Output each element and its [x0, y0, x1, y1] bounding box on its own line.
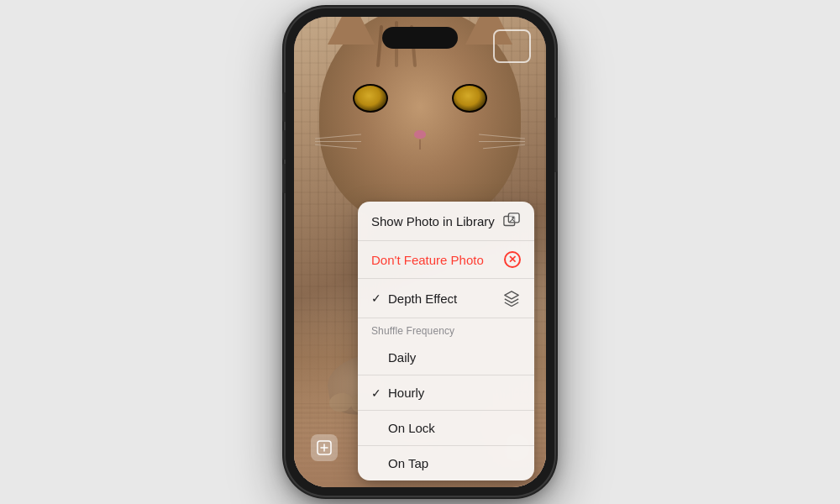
- circle-x-icon: ✕: [504, 251, 521, 268]
- photo-library-icon: [502, 212, 521, 230]
- show-photo-library-label: Show Photo in Library: [371, 214, 495, 228]
- context-menu: Show Photo in Library Don't Feature Phot…: [358, 202, 534, 480]
- dont-feature-photo-label: Don't Feature Photo: [371, 253, 484, 267]
- add-wallpaper-button[interactable]: [311, 434, 338, 461]
- layers-icon: [502, 289, 521, 307]
- on-tap-item[interactable]: On Tap: [358, 446, 534, 480]
- show-photo-library-item[interactable]: Show Photo in Library: [358, 202, 534, 241]
- phone-frame: Show Photo in Library Don't Feature Phot…: [286, 8, 554, 496]
- svg-point-2: [512, 217, 514, 219]
- depth-effect-label: ✓ Depth Effect: [371, 291, 457, 306]
- phone-screen: Show Photo in Library Don't Feature Phot…: [294, 17, 546, 487]
- on-lock-item[interactable]: On Lock: [358, 411, 534, 446]
- dynamic-island: [382, 27, 458, 49]
- depth-effect-item[interactable]: ✓ Depth Effect: [358, 279, 534, 318]
- daily-label: Daily: [371, 350, 416, 365]
- on-tap-label: On Tap: [371, 456, 428, 470]
- hourly-item[interactable]: ✓ Hourly: [358, 375, 534, 411]
- depth-effect-checkmark: ✓: [371, 291, 381, 305]
- daily-item[interactable]: Daily: [358, 340, 534, 375]
- top-right-indicator: [493, 29, 531, 63]
- hourly-label: ✓ Hourly: [371, 386, 424, 400]
- on-lock-label: On Lock: [371, 421, 435, 435]
- hourly-checkmark: ✓: [371, 386, 381, 400]
- phone-container: Show Photo in Library Don't Feature Phot…: [286, 8, 554, 496]
- dont-feature-photo-item[interactable]: Don't Feature Photo ✕: [358, 241, 534, 279]
- shuffle-frequency-header: Shuffle Frequency: [358, 318, 534, 340]
